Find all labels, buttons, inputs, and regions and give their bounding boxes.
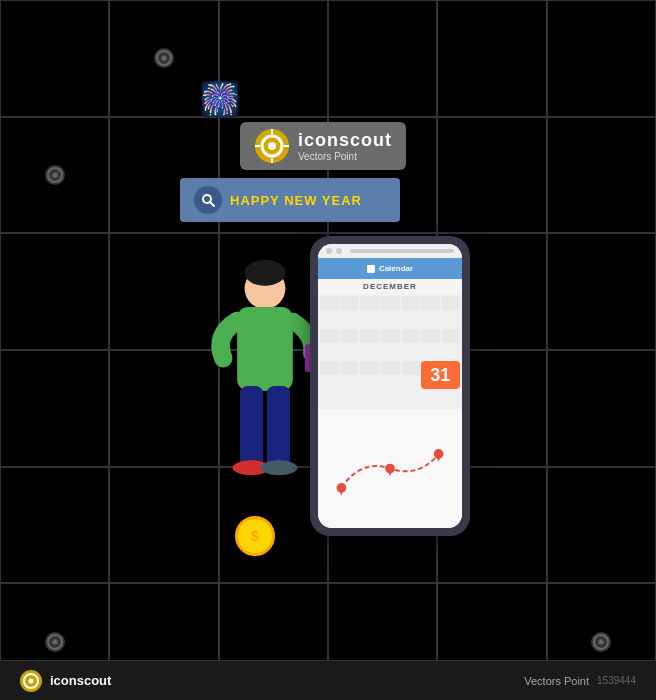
logo-title: iconscout	[298, 130, 392, 151]
coin-decoration: $	[235, 516, 275, 556]
watermark-icon	[45, 632, 65, 652]
search-icon	[194, 186, 222, 214]
calendar-icon	[367, 265, 375, 273]
location-pin	[385, 464, 395, 477]
cal-cell	[340, 329, 359, 343]
cal-cell	[421, 329, 440, 343]
cal-cell	[320, 296, 339, 310]
footer-brand: iconscout	[50, 673, 111, 688]
phone-device: Calendar DECEMBER	[310, 236, 470, 536]
cal-cell	[360, 329, 379, 343]
calendar-month: DECEMBER	[318, 279, 462, 294]
calendar-header: Calendar	[318, 258, 462, 279]
search-text: HAPPY NEW YEAR	[230, 193, 362, 208]
watermark-icon	[154, 48, 174, 68]
footer-id: 1539444	[597, 675, 636, 686]
cal-cell	[340, 361, 359, 375]
map-area	[318, 409, 462, 528]
illustration-wrapper: 🎆 iconscout Vectors Point	[160, 80, 500, 600]
logo-text: iconscout Vectors Point	[298, 130, 392, 162]
svg-point-16	[260, 460, 297, 475]
cal-cell	[401, 329, 420, 343]
svg-point-10	[245, 260, 286, 286]
location-pin	[434, 449, 444, 462]
grid-cell	[0, 233, 109, 350]
logo-icon	[254, 128, 290, 164]
calendar-grid: 31	[318, 294, 462, 409]
footer-logo-icon	[20, 670, 42, 692]
grid-cell	[0, 467, 109, 584]
cal-cell	[380, 361, 399, 375]
grid-cell	[547, 350, 656, 467]
search-bar[interactable]: HAPPY NEW YEAR	[180, 178, 400, 222]
cal-cell-highlighted: 31	[421, 361, 460, 389]
svg-rect-13	[240, 386, 263, 470]
calendar-title: Calendar	[379, 264, 413, 273]
logo-banner: iconscout Vectors Point	[240, 122, 406, 170]
phone-top-bar	[318, 244, 462, 258]
phone-dot	[326, 248, 332, 254]
grid-cell	[547, 467, 656, 584]
person-area: Calendar DECEMBER	[180, 216, 480, 596]
footer-bar: iconscout Vectors Point 1539444	[0, 660, 656, 700]
footer-right: Vectors Point 1539444	[524, 675, 636, 687]
cal-cell	[380, 296, 399, 310]
footer-tagline: Vectors Point	[524, 675, 589, 687]
cal-cell	[320, 361, 339, 375]
footer-left: iconscout	[20, 670, 111, 692]
svg-rect-14	[267, 386, 290, 470]
svg-line-8	[210, 202, 214, 206]
grid-cell	[547, 117, 656, 234]
phone-screen: Calendar DECEMBER	[318, 244, 462, 528]
cal-cell	[421, 296, 440, 310]
grid-cell	[547, 233, 656, 350]
phone-address-bar	[350, 249, 454, 253]
phone-dot	[336, 248, 342, 254]
svg-point-2	[268, 142, 276, 150]
cal-cell	[360, 361, 379, 375]
logo-subtitle: Vectors Point	[298, 151, 392, 162]
cal-cell	[360, 296, 379, 310]
cal-cell	[441, 329, 460, 343]
grid-cell	[0, 0, 109, 117]
firework-icon: 🎆	[200, 81, 240, 117]
location-pin	[337, 483, 347, 496]
grid-cell	[0, 350, 109, 467]
watermark-icon	[591, 632, 611, 652]
cal-cell	[401, 361, 420, 375]
cal-cell	[320, 329, 339, 343]
grid-cell	[0, 117, 109, 234]
cal-cell	[340, 296, 359, 310]
cal-cell	[401, 296, 420, 310]
cal-cell	[380, 329, 399, 343]
cal-cell	[441, 296, 460, 310]
watermark-icon	[45, 165, 65, 185]
grid-cell	[547, 0, 656, 117]
